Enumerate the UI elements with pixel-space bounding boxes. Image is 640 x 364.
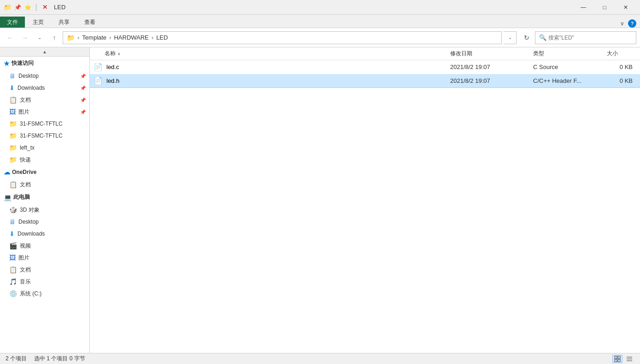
dropdown-nav-button[interactable]: ⌄ [33,31,46,44]
sidebar-item-pc-downloads[interactable]: ⬇ Downloads [0,228,89,240]
sidebar-item-pics[interactable]: 🖼 图片 📌 [0,106,89,118]
path-sep-3: › [152,34,153,41]
sidebar-folder2-label: 31-FSMC-TFTLC [20,133,63,139]
table-row[interactable]: 📄 led.h 2021/8/2 19:07 C/C++ Header F...… [90,74,640,88]
sidebar-item-express[interactable]: 📁 快递 [0,154,89,166]
quick-access-header[interactable]: ★ 快速访问 [0,57,89,70]
path-led[interactable]: LED [156,34,168,41]
tab-share[interactable]: 共享 [52,17,76,28]
sidebar-pc-downloads-label: Downloads [18,231,45,237]
tab-view[interactable]: 查看 [77,17,102,28]
file-date-led-h: 2021/8/2 19:07 [446,77,529,84]
thispc-header[interactable]: 💻 此电脑 [0,191,89,204]
onedrive-docs-icon: 📋 [9,181,17,188]
window-controls: — □ ✕ [573,0,636,15]
sidebar-item-videos[interactable]: 🎬 视频 [0,240,89,252]
star-icon: ⭐ [24,4,31,11]
pin-indicator-4: 📌 [80,110,86,115]
tab-file[interactable]: 文件 [0,17,25,28]
path-sep-1: › [77,34,79,41]
file-size-led-h: 0 KB [603,77,640,84]
col-header-size[interactable]: 大小 [603,50,640,58]
refresh-button[interactable]: ↻ [520,31,533,44]
pin-indicator-2: 📌 [80,86,86,91]
path-hardware[interactable]: HARDWARE [114,34,148,41]
selected-info: 选中 1 个项目 0 字节 [34,355,85,363]
sidebar: ▲ ★ 快速访问 🖥 Desktop 📌 ⬇ Downloads 📌 📋 文档 … [0,47,90,353]
list-view-button[interactable] [624,355,634,363]
quick-access-icon: ★ [4,60,10,67]
lefttx-icon: 📁 [9,144,17,151]
sidebar-item-3d[interactable]: 🎲 3D 对象 [0,204,89,216]
window-title: LED [54,4,65,11]
sidebar-item-documents[interactable]: 📋 文档 [0,264,89,276]
folder2-icon: 📁 [9,132,17,139]
main-content: ▲ ★ 快速访问 🖥 Desktop 📌 ⬇ Downloads 📌 📋 文档 … [0,47,640,353]
address-dropdown-button[interactable]: ⌄ [504,31,517,44]
file-cell-name-2: 📄 led.h [90,76,446,85]
sidebar-item-system-c[interactable]: 💿 系统 (C:) [0,288,89,300]
video-icon: 🎬 [9,242,17,249]
col-header-name[interactable]: 名称 ∧ [90,50,446,58]
onedrive-header[interactable]: ☁ OneDrive [0,166,89,179]
sidebar-scroll-up[interactable]: ▲ [0,47,89,57]
ribbon: 文件 主页 共享 查看 ∨ ? [0,15,640,28]
minimize-button[interactable]: — [573,0,594,15]
maximize-button[interactable]: □ [594,0,615,15]
forward-button[interactable]: → [18,31,31,44]
sidebar-item-pictures[interactable]: 🖼 图片 [0,252,89,264]
docs-icon: 📋 [9,96,17,104]
file-name-led-c: led.c [106,64,119,70]
downloads-icon: ⬇ [9,84,15,92]
back-button[interactable]: ← [4,31,17,44]
sidebar-item-music[interactable]: 🎵 音乐 [0,276,89,288]
sidebar-onedrive-docs-label: 文档 [20,181,31,189]
close-button[interactable]: ✕ [615,0,636,15]
pin-indicator: 📌 [80,74,86,79]
sort-arrow: ∧ [117,52,121,56]
title-close-icon[interactable]: ✕ [41,4,48,11]
title-separator [36,4,36,11]
pictures-icon: 🖼 [9,254,16,261]
ribbon-expand-icon[interactable]: ∨ [620,20,624,27]
sidebar-folder1-label: 31-FSMC-TFTLC [20,121,63,127]
grid-view-button[interactable] [612,355,622,363]
sidebar-3d-label: 3D 对象 [20,206,40,214]
title-bar: 📁 📌 ⭐ ✕ LED — □ ✕ [0,0,640,15]
sidebar-item-folder2[interactable]: 📁 31-FSMC-TFTLC [0,130,89,142]
folder1-icon: 📁 [9,120,17,127]
up-button[interactable]: ↑ [48,31,61,44]
drive-icon: 💿 [9,290,17,297]
tab-home[interactable]: 主页 [26,17,51,28]
3d-icon: 🎲 [9,206,17,214]
sidebar-system-c-label: 系统 (C:) [20,290,41,298]
pin-icon: 📌 [14,4,21,11]
sidebar-item-folder1[interactable]: 📁 31-FSMC-TFTLC [0,118,89,130]
documents-icon: 📋 [9,266,17,273]
search-input[interactable] [548,35,632,41]
sidebar-item-docs[interactable]: 📋 文档 📌 [0,94,89,106]
folder-icon: 📁 [4,4,11,11]
sidebar-downloads-label: Downloads [18,85,45,91]
pin-indicator-3: 📌 [80,98,86,103]
col-header-date[interactable]: 修改日期 [446,50,529,58]
sidebar-item-desktop[interactable]: 🖥 Desktop 📌 [0,70,89,82]
sidebar-item-downloads[interactable]: ⬇ Downloads 📌 [0,82,89,94]
sidebar-desktop-label: Desktop [18,73,39,79]
pc-downloads-icon: ⬇ [9,230,15,237]
ribbon-help-icon[interactable]: ? [628,19,636,28]
search-box[interactable]: 🔍 [535,31,636,44]
table-row[interactable]: 📄 led.c 2021/8/2 19:07 C Source 0 KB [90,60,640,74]
sidebar-pc-desktop-label: Desktop [18,219,39,225]
sidebar-item-lefttx[interactable]: 📁 left_tx [0,142,89,154]
express-icon: 📁 [9,156,17,163]
address-path[interactable]: 📁 › Template › HARDWARE › LED [63,31,502,44]
pics-icon: 🖼 [9,108,16,116]
sidebar-item-pc-desktop[interactable]: 🖥 Desktop [0,216,89,228]
pc-desktop-icon: 🖥 [9,218,16,225]
file-list-header: 名称 ∧ 修改日期 类型 大小 [90,47,640,60]
sidebar-item-onedrive-docs[interactable]: 📋 文档 [0,179,89,191]
col-header-type[interactable]: 类型 [529,50,603,58]
thispc-icon: 💻 [4,194,12,201]
path-template[interactable]: Template [82,34,106,41]
